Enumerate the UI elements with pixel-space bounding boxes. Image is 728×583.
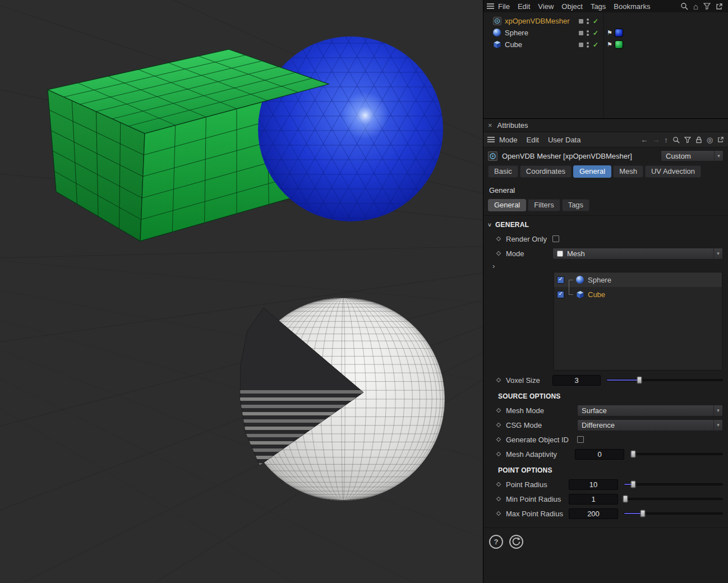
key-diamond-icon[interactable]: [496, 437, 501, 442]
filter-icon[interactable]: [684, 137, 691, 143]
visibility-dots-icon[interactable]: [587, 42, 589, 48]
list-item-sphere[interactable]: Sphere: [554, 272, 722, 287]
key-diamond-icon[interactable]: [496, 251, 501, 256]
slider-handle[interactable]: [630, 451, 635, 458]
cube-checkbox[interactable]: [557, 291, 564, 298]
object-row-sphere[interactable]: Sphere ✓ ⚑: [483, 27, 728, 39]
search-icon[interactable]: [672, 136, 680, 144]
point-radius-slider[interactable]: [624, 483, 723, 485]
preset-value: Custom: [666, 152, 691, 160]
mode-dropdown[interactable]: Mesh ▾: [552, 248, 723, 260]
key-diamond-icon[interactable]: [496, 378, 501, 382]
back-arrow-icon[interactable]: ←: [641, 136, 648, 144]
render-only-checkbox[interactable]: [552, 235, 559, 242]
material-thumb-green[interactable]: [615, 40, 623, 49]
slider-handle[interactable]: [641, 510, 646, 517]
help-icon[interactable]: ?: [489, 534, 504, 549]
search-icon[interactable]: [680, 2, 688, 10]
key-diamond-icon[interactable]: [496, 497, 501, 501]
menu-edit[interactable]: Edit: [522, 136, 543, 144]
source-objects-list[interactable]: Sphere Cube: [554, 272, 722, 371]
object-tree[interactable]: xpOpenVDBMesher ✓ Sphere ✓: [483, 12, 728, 118]
key-diamond-icon[interactable]: [496, 423, 501, 427]
menu-view[interactable]: View: [534, 2, 557, 11]
tab-basic[interactable]: Basic: [488, 165, 518, 178]
visibility-dots-icon[interactable]: [587, 30, 589, 36]
max-point-radius-slider[interactable]: [624, 512, 723, 515]
viewport-canvas[interactable]: [0, 0, 483, 583]
generate-object-id-checkbox[interactable]: [577, 436, 584, 443]
sphere-checkbox[interactable]: [557, 276, 564, 284]
tab-general[interactable]: General: [573, 165, 611, 178]
subtab-general[interactable]: General: [488, 199, 526, 211]
hamburger-icon[interactable]: [487, 3, 494, 9]
viewport-3d[interactable]: [0, 0, 483, 583]
visibility-dots-icon[interactable]: [587, 18, 589, 24]
voxel-size-input[interactable]: [552, 375, 601, 386]
object-label[interactable]: xpOpenVDBMesher: [505, 17, 570, 25]
key-diamond-icon[interactable]: [496, 408, 501, 413]
preset-dropdown[interactable]: Custom ▾: [661, 150, 724, 161]
tab-uv-advection[interactable]: UV Advection: [645, 165, 701, 178]
key-diamond-icon[interactable]: [496, 511, 501, 516]
menu-file[interactable]: File: [494, 2, 514, 11]
forward-arrow-icon[interactable]: →: [652, 136, 660, 144]
layer-color-icon[interactable]: [579, 31, 583, 35]
menu-tags[interactable]: Tags: [587, 2, 610, 11]
object-label[interactable]: Cube: [505, 40, 522, 49]
key-diamond-icon[interactable]: [496, 482, 501, 487]
menu-object[interactable]: Object: [557, 2, 587, 11]
key-diamond-icon[interactable]: [496, 237, 501, 241]
enable-check-icon[interactable]: ✓: [593, 17, 598, 25]
menu-user-data[interactable]: User Data: [543, 136, 586, 144]
group-header-point-options[interactable]: POINT OPTIONS: [483, 461, 728, 477]
layer-color-icon[interactable]: [579, 43, 583, 47]
phong-tag-icon[interactable]: ⚑: [607, 29, 612, 36]
lock-icon[interactable]: [695, 136, 702, 144]
menu-edit[interactable]: Edit: [514, 2, 534, 11]
voxel-size-slider[interactable]: [606, 379, 723, 381]
material-thumb-blue[interactable]: [615, 29, 623, 37]
expand-chevron[interactable]: ›: [483, 261, 728, 271]
mesh-adaptivity-input[interactable]: [575, 449, 624, 460]
list-item-label[interactable]: Cube: [588, 290, 605, 299]
subtab-filters[interactable]: Filters: [528, 199, 560, 211]
list-item-cube[interactable]: Cube: [554, 287, 722, 302]
hamburger-icon[interactable]: [487, 137, 495, 142]
close-icon[interactable]: ×: [488, 121, 492, 129]
enable-check-icon[interactable]: ✓: [593, 41, 598, 49]
max-point-radius-input[interactable]: [569, 508, 618, 519]
filter-icon[interactable]: [703, 3, 711, 10]
mesh-mode-dropdown[interactable]: Surface ▾: [577, 405, 723, 417]
reset-refresh-icon[interactable]: [509, 534, 524, 549]
slider-handle[interactable]: [637, 377, 642, 384]
min-point-radius-slider[interactable]: [624, 498, 723, 500]
object-row-xpopenvdbmesher[interactable]: xpOpenVDBMesher ✓: [483, 15, 728, 27]
slider-handle[interactable]: [623, 496, 628, 503]
external-link-icon[interactable]: [717, 136, 724, 143]
object-label[interactable]: Sphere: [505, 29, 528, 37]
subtab-tags[interactable]: Tags: [562, 199, 589, 211]
section-heading: General: [483, 182, 728, 198]
group-header-general[interactable]: ˅ GENERAL: [483, 216, 728, 232]
point-radius-input[interactable]: [569, 479, 618, 490]
layer-color-icon[interactable]: [579, 19, 583, 24]
phong-tag-icon[interactable]: ⚑: [607, 41, 612, 48]
list-item-label[interactable]: Sphere: [588, 276, 611, 284]
mesh-adaptivity-slider[interactable]: [630, 453, 723, 455]
group-header-source-options[interactable]: SOURCE OPTIONS: [483, 387, 728, 403]
home-icon[interactable]: ⌂: [693, 2, 698, 11]
object-row-cube[interactable]: Cube ✓ ⚑: [483, 39, 728, 50]
slider-handle[interactable]: [630, 481, 635, 488]
external-link-icon[interactable]: [716, 3, 723, 10]
menu-bookmarks[interactable]: Bookmarks: [610, 2, 654, 11]
tab-mesh[interactable]: Mesh: [613, 165, 643, 178]
min-point-radius-input[interactable]: [569, 494, 618, 505]
up-arrow-icon[interactable]: ↑: [664, 136, 668, 144]
tab-coordinates[interactable]: Coordinates: [520, 165, 572, 178]
enable-check-icon[interactable]: ✓: [593, 29, 598, 37]
target-icon[interactable]: ◎: [707, 136, 713, 144]
csg-mode-dropdown[interactable]: Difference ▾: [577, 419, 723, 431]
menu-mode[interactable]: Mode: [495, 136, 522, 144]
key-diamond-icon[interactable]: [496, 452, 501, 456]
